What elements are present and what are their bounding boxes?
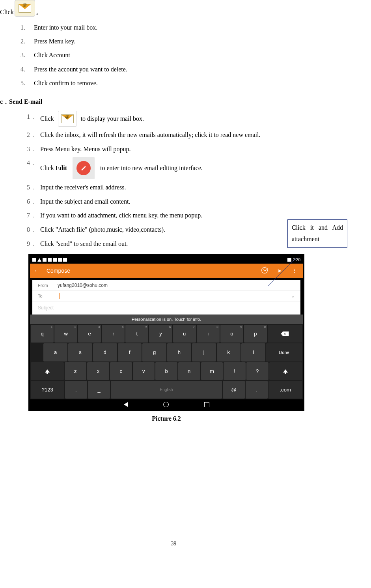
list-item: Enter into your mail box. [21,22,347,33]
key-label: u [183,331,186,337]
step-text: Input the receiver's email address. [40,184,126,191]
send-icon[interactable]: ➤ [275,268,284,274]
list-item: Click confirm to remove. [21,78,347,88]
kb-row-1: q1w2e3r4t5y6u7i8o9p0× [31,325,302,343]
kb-row-3: zxcvbnm!? [31,362,302,380]
key-superscript: 5 [145,325,147,329]
step-text: Click the inbox, it will refresh the new… [40,131,261,138]
key-y[interactable]: y6 [149,325,172,343]
section-title: Send E-mail [9,98,42,105]
key-shift[interactable] [31,362,64,380]
key-label: s [79,349,82,355]
key-dot[interactable]: . [246,381,268,399]
key-label: English [160,388,173,392]
key-u[interactable]: u7 [173,325,196,343]
key-?[interactable]: ? [246,362,268,380]
key-shift[interactable] [269,362,302,380]
list-item: Click the inbox, it will refresh the new… [27,129,347,141]
key-o[interactable]: o9 [220,325,243,343]
section-heading-send-email: c．Send E-mail [0,98,347,106]
key-at[interactable]: @ [223,381,245,399]
key-k[interactable]: k [217,343,241,361]
key-x[interactable]: x [87,362,109,380]
from-label: From [38,283,53,288]
expand-recipients-icon[interactable]: ⌄ [291,293,295,299]
key-h[interactable]: h [167,343,191,361]
to-label: To [38,294,53,298]
step-text-pre: Click [40,162,54,174]
mail-app-icon: @ [15,0,35,17]
figure-compose-screenshot: 2:20 ← Compose ➤ ⋮ From yufang2010@sohu.… [28,254,304,422]
overflow-menu-icon[interactable]: ⋮ [290,268,299,274]
attach-icon[interactable] [260,267,269,275]
key-e[interactable]: e3 [78,325,101,343]
key-b[interactable]: b [155,362,177,380]
key-underscore[interactable]: _ [88,381,110,399]
step-text: Click "send" to send the email out. [40,240,128,247]
key-f[interactable]: f [118,343,142,361]
key-n[interactable]: n [178,362,200,380]
personalization-toast[interactable]: Personalization is on. Touch for info. [30,315,303,324]
to-field[interactable]: To ⌄ [32,291,300,301]
key-done[interactable]: Done [266,343,302,361]
key-label: p [254,331,257,337]
status-left-icons [32,258,67,262]
key-i[interactable]: i8 [197,325,220,343]
key-label: , [75,387,77,393]
callout-add-attachment: Click it and Add attachment [287,219,347,248]
step-text: If you want to add attachment, click men… [40,212,202,219]
status-icon [32,258,36,262]
key-label: g [153,349,156,355]
key-label: e [88,331,91,337]
step-text: Input the subject and email content. [40,198,130,205]
key-symbols[interactable]: ?123 [31,381,64,399]
key-label: x [97,368,100,374]
key-s[interactable]: s [68,343,92,361]
status-right: 2:20 [287,258,300,262]
nav-back-icon[interactable] [124,402,128,407]
key-z[interactable]: z [65,362,87,380]
edit-fab-icon [73,157,95,179]
key-dotcom[interactable]: .com [268,381,302,399]
key-label: o [230,331,233,337]
edit-bold: Edit [56,162,67,174]
subject-field[interactable]: Subject [32,301,300,315]
step-text-pre: Click [40,113,54,125]
delete-account-steps: Enter into your mail box. Press Menu key… [21,22,347,88]
list-item: Click @ to display your mail box. [27,111,347,127]
key-label: ! [234,368,235,374]
key-r[interactable]: r4 [102,325,125,343]
key-space[interactable]: English [111,381,222,399]
key-p[interactable]: p0 [244,325,267,343]
figure-caption: Picture 6.2 [28,415,304,422]
key-comma[interactable]: , [65,381,87,399]
from-field[interactable]: From yufang2010@sohu.com [32,280,300,291]
key-d[interactable]: d [93,343,117,361]
back-arrow-icon[interactable]: ← [34,267,40,274]
compose-app-bar: ← Compose ➤ ⋮ [30,264,303,278]
list-item: Click Account [21,50,347,60]
status-icon [37,258,41,262]
key-q[interactable]: q1 [31,325,54,343]
step-text: Press Menu key. Menus will popup. [40,146,131,152]
key-![interactable]: ! [224,362,246,380]
key-v[interactable]: v [133,362,155,380]
key-l[interactable]: l [241,343,265,361]
kb-row-4: ?123 , _ English @ . .com [31,381,302,399]
system-nav-bar [30,399,303,410]
key-superscript: 9 [240,325,242,329]
key-label: ?123 [42,387,53,393]
status-icon [58,258,62,262]
shift-icon [283,369,288,373]
key-g[interactable]: g [142,343,166,361]
key-j[interactable]: j [192,343,216,361]
nav-recents-icon[interactable] [204,402,209,407]
key-c[interactable]: c [110,362,132,380]
nav-home-icon[interactable] [163,402,169,407]
key-t[interactable]: t5 [125,325,148,343]
key-label: b [165,368,168,374]
key-backspace[interactable]: × [268,325,302,343]
key-w[interactable]: w2 [54,325,77,343]
key-a[interactable]: a [43,343,67,361]
key-m[interactable]: m [201,362,223,380]
